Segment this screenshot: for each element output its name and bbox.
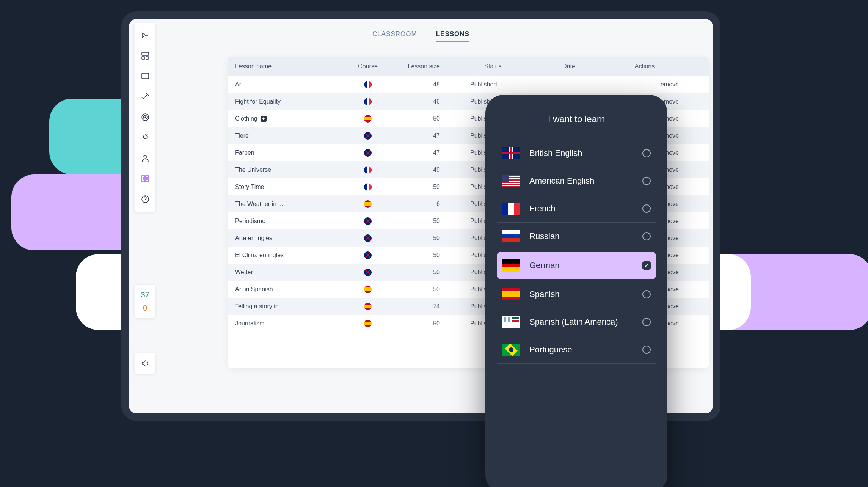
radio-icon [642,232,651,240]
radio-icon [642,290,651,298]
us-flag-icon [502,175,520,187]
lesson-name-label: Story Time! [235,184,266,190]
cell-name: Tiere [235,132,341,139]
cell-course [341,98,394,105]
lesson-name-label: Clothing [235,115,257,122]
cell-course [341,320,394,327]
svg-rect-0 [142,52,149,55]
es-flag-icon [502,288,520,300]
cell-name: Art in Spanish [235,286,341,293]
sound-toggle[interactable] [135,353,155,374]
lesson-name-label: Periodismo [235,218,265,225]
th-actions: Actions [607,63,683,70]
language-option[interactable]: American English [497,167,656,195]
cell-size: 50 [394,320,455,327]
es-flag-icon [364,115,372,123]
svg-rect-2 [146,57,149,59]
cell-name: The Weather in ... [235,201,341,207]
gb-flag-icon [364,132,372,140]
stat-count-1: 37 [141,291,149,299]
fr-flag-icon [502,203,520,215]
language-option[interactable]: Portuguese [497,336,656,364]
latam-flag-icon [502,316,520,328]
cell-size: 50 [394,269,455,276]
help-icon[interactable] [140,194,150,204]
es-flag-icon [364,286,372,293]
es-flag-icon [364,320,372,327]
svg-point-8 [144,155,147,158]
language-option[interactable]: British English [497,140,656,167]
tab-classroom[interactable]: CLASSROOM [372,30,417,42]
cell-name: Arte en inglés [235,235,341,242]
gb-flag-icon [502,147,520,159]
gb-flag-icon [364,149,372,157]
language-option[interactable]: German [497,252,656,279]
wand-icon[interactable] [140,92,150,102]
language-option[interactable]: Russian [497,223,656,250]
screen-icon[interactable] [140,71,150,81]
language-label: Spanish (Latin America) [529,317,633,327]
svg-rect-3 [142,73,149,79]
lesson-name-label: The Universe [235,167,271,173]
language-label: Russian [529,231,633,242]
remove-action[interactable]: emove [607,81,683,88]
cell-course [341,200,394,208]
dashboard-icon[interactable] [140,51,150,61]
cell-course [341,166,394,174]
language-option[interactable]: Spanish (Latin America) [497,308,656,336]
de-flag-icon [502,259,520,272]
lesson-name-label: Journalism [235,320,264,327]
lesson-name-label: El Clima en inglés [235,252,284,259]
language-label: Spanish [529,289,633,300]
lesson-name-label: Tiere [235,132,249,139]
radio-icon [642,318,651,326]
cell-course [341,234,394,242]
table-header: Lesson name Course Lesson size Status Da… [228,57,709,76]
ru-flag-icon [502,230,520,242]
cell-size: 50 [394,286,455,293]
svg-rect-1 [142,57,145,59]
cell-size: 46 [394,98,455,105]
language-label: Portuguese [529,344,633,355]
language-label: British English [529,148,633,159]
cell-name: Art [235,81,341,88]
cell-course [341,303,394,310]
gb-flag-icon [364,217,372,225]
language-picker-modal: I want to learn British EnglishAmerican … [485,95,667,487]
cell-name: Clothing+ [235,115,341,122]
cell-size: 74 [394,303,455,310]
th-course: Course [341,63,394,70]
checkbox-checked-icon [642,261,651,270]
th-status: Status [455,63,531,70]
th-name: Lesson name [235,63,341,70]
lesson-name-label: The Weather in ... [235,201,283,207]
cell-status: Published [455,81,531,88]
target-icon[interactable] [140,112,150,122]
cell-name: Periodismo [235,218,341,225]
th-size: Lesson size [394,63,455,70]
language-option[interactable]: Spanish [497,281,656,308]
cell-course [341,286,394,293]
lesson-name-label: Art [235,81,243,88]
language-option[interactable]: French [497,195,656,223]
lesson-name-label: Art in Spanish [235,286,273,293]
cell-size: 6 [394,201,455,207]
table-row[interactable]: Art48Publishedemove [228,76,709,93]
lessons-icon[interactable] [140,174,150,184]
plus-icon: + [261,116,267,122]
sidebar-stats: 37 0 [135,284,155,318]
svg-point-6 [145,117,146,118]
cell-course [341,132,394,140]
lesson-name-label: Fight for Equality [235,98,281,105]
cell-course [341,149,394,157]
cell-size: 50 [394,115,455,122]
cell-size: 50 [394,235,455,242]
cell-course [341,251,394,259]
fr-flag-icon [364,166,372,174]
cell-name: Farben [235,149,341,156]
cell-size: 50 [394,218,455,225]
lightbulb-icon[interactable] [140,133,150,143]
user-icon[interactable] [140,153,150,163]
tab-lessons[interactable]: LESSONS [436,30,469,42]
cell-course [341,115,394,123]
